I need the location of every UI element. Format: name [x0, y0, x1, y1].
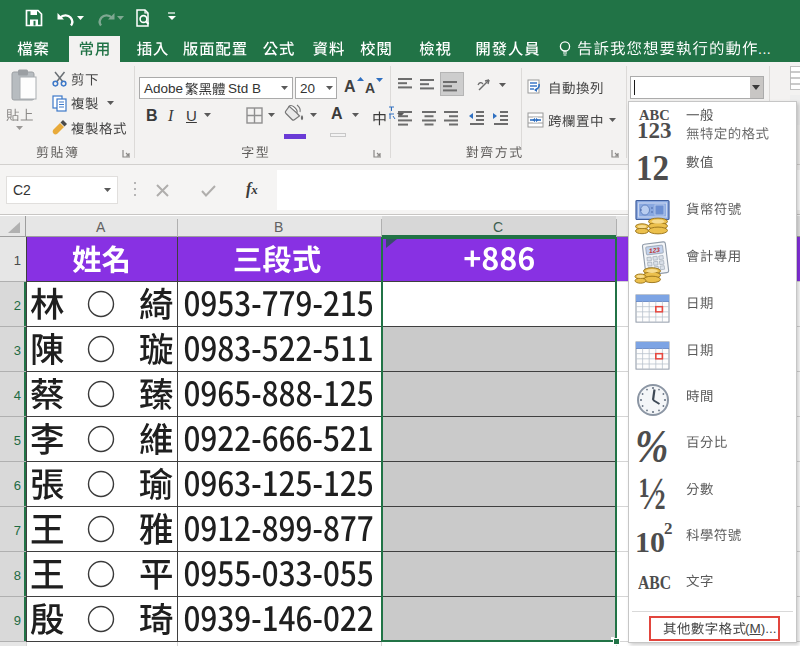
svg-text:123: 123 — [649, 245, 661, 253]
